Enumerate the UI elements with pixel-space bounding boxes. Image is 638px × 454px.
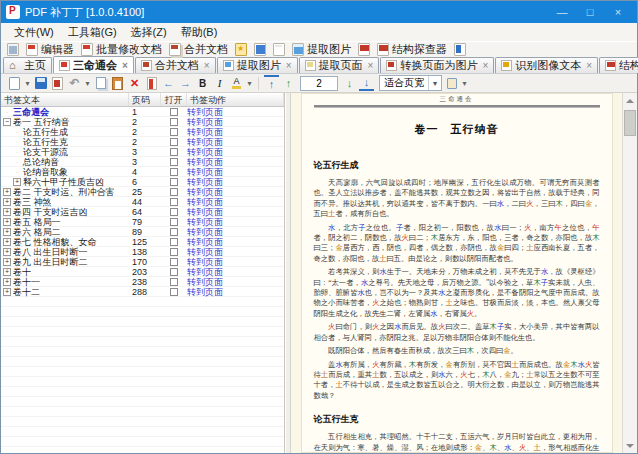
zoom-dropdown-icon[interactable]: ▾: [428, 76, 441, 90]
tab-close-icon[interactable]: ×: [368, 60, 374, 71]
maximize-button[interactable]: □: [576, 3, 604, 21]
open-checkbox[interactable]: [170, 228, 178, 236]
toolbar-button-提取图片[interactable]: 提取图片: [290, 42, 353, 57]
layout-dropdown[interactable]: ▾: [461, 79, 468, 88]
bold-button[interactable]: B: [195, 75, 210, 91]
scrollbar-track[interactable]: [623, 108, 637, 438]
font-color-button[interactable]: A: [229, 75, 244, 91]
tab-提取页面[interactable]: 提取页面×: [299, 57, 380, 73]
column-header-action[interactable]: 书签动作: [187, 93, 284, 106]
delete-button[interactable]: ✕: [127, 75, 142, 91]
title-bar[interactable]: PDF 补丁丁 [1.0.0.4100] — □ ×: [1, 1, 637, 23]
toolbar-button-star-yellow[interactable]: [233, 42, 249, 57]
shift-right-button[interactable]: →: [178, 75, 193, 91]
menu-item-2[interactable]: 选择(Z): [124, 24, 174, 41]
paste-button[interactable]: [110, 75, 125, 91]
open-checkbox[interactable]: [170, 248, 178, 256]
toolbar-button-编辑器[interactable]: 编辑器: [24, 42, 76, 57]
font-color-dropdown[interactable]: ▾: [246, 79, 253, 88]
save-button[interactable]: [33, 75, 48, 91]
undo-button[interactable]: ↶: [67, 75, 82, 91]
toolbar-button-doc-white[interactable]: [271, 42, 287, 57]
page-number-input[interactable]: [300, 76, 338, 91]
tab-合并文档[interactable]: 合并文档×: [135, 57, 216, 73]
open-checkbox[interactable]: [170, 288, 178, 296]
bookmark-page: 89: [129, 227, 161, 237]
tab-close-icon[interactable]: ×: [122, 60, 128, 71]
column-header-open[interactable]: 打开: [161, 93, 187, 106]
open-checkbox[interactable]: [170, 238, 178, 246]
menu-item-1[interactable]: 工具箱(G): [61, 24, 124, 41]
open-checkbox[interactable]: [170, 278, 178, 286]
toolbar-button-doc-blue[interactable]: [252, 42, 268, 57]
new-document-dropdown[interactable]: ▾: [24, 79, 31, 88]
new-document-button[interactable]: [7, 75, 22, 91]
tab-close-icon[interactable]: ×: [204, 60, 210, 71]
toolbar-button-合并文档[interactable]: 合并文档: [167, 42, 230, 57]
tab-识别图像文本[interactable]: 识别图像文本×: [495, 57, 598, 73]
open-checkbox[interactable]: [170, 138, 178, 146]
pdf-running-header: 三命通会: [314, 95, 600, 104]
bookmark-row[interactable]: +卷十二288转到页面: [1, 287, 284, 297]
tab-转换页面为图片[interactable]: 转换页面为图片×: [380, 57, 494, 73]
move-bottom-button[interactable]: ↓: [359, 75, 374, 91]
tab-label: 提取图片: [237, 58, 281, 73]
tab-提取图片[interactable]: 提取图片×: [217, 57, 298, 73]
move-top-button[interactable]: ↑: [264, 75, 279, 91]
open-checkbox[interactable]: [170, 158, 178, 166]
undo-dropdown[interactable]: ▾: [84, 79, 91, 88]
column-header-bookmark-text[interactable]: 书签文本: [1, 93, 129, 106]
scroll-down-button[interactable]: [623, 438, 637, 453]
open-checkbox[interactable]: [170, 168, 178, 176]
tab-close-icon[interactable]: ×: [586, 60, 592, 71]
tab-主页[interactable]: ⌂主页: [3, 57, 52, 73]
menu-item-3[interactable]: 帮助(B): [174, 24, 225, 41]
main-area: 书签文本 页码 打开 书签动作 ·三命通会1转到页面−卷一 五行纳音2转到页面·…: [1, 93, 637, 453]
tab-close-icon[interactable]: ×: [286, 60, 292, 71]
pdf-canvas[interactable]: 三命通会 卷一 五行纳音 论五行生成天高寥廓，六气回旋以成四时；地厚幽深，五行化…: [291, 93, 622, 453]
toolbar-button-doc-export[interactable]: [452, 42, 468, 57]
tab-三命通会[interactable]: 三命通会×: [53, 56, 134, 73]
export-bookmark-button[interactable]: [50, 75, 65, 91]
minimize-button[interactable]: —: [548, 3, 576, 21]
open-checkbox[interactable]: [170, 118, 178, 126]
expand-icon[interactable]: +: [3, 288, 11, 296]
move-up-button[interactable]: ↑: [281, 75, 296, 91]
scroll-up-button[interactable]: [623, 93, 637, 108]
toolbar-button-grid[interactable]: [5, 42, 21, 57]
bookmark-page: 138: [129, 247, 161, 257]
toolbar-button-pdf-red2[interactable]: [356, 42, 372, 57]
open-checkbox[interactable]: [170, 178, 178, 186]
toolbar-button-批量修改文档[interactable]: 批量修改文档: [79, 42, 164, 57]
insert-bookmark-icon: [147, 77, 157, 90]
scroll-down-icon: [626, 444, 634, 448]
open-checkbox[interactable]: [170, 258, 178, 266]
open-checkbox[interactable]: [170, 218, 178, 226]
tab-结构探查器[interactable]: 结构探查器×: [599, 57, 638, 73]
zoom-select[interactable]: 适合页宽 ▾: [379, 75, 442, 91]
bookmark-page: 64: [129, 207, 161, 217]
open-checkbox[interactable]: [170, 108, 178, 116]
open-checkbox[interactable]: [170, 128, 178, 136]
open-checkbox[interactable]: [170, 208, 178, 216]
toolbar-button-结构探查器[interactable]: 结构探查器: [375, 42, 449, 57]
open-checkbox[interactable]: [170, 148, 178, 156]
vertical-scrollbar[interactable]: [622, 93, 637, 453]
close-button[interactable]: ×: [604, 3, 632, 21]
bookmark-label[interactable]: 卷十二: [13, 286, 40, 299]
goto-page-link[interactable]: 转到页面: [187, 286, 284, 299]
column-header-page[interactable]: 页码: [129, 93, 161, 106]
open-checkbox[interactable]: [170, 198, 178, 206]
shift-left-button[interactable]: ←: [161, 75, 176, 91]
open-checkbox[interactable]: [170, 268, 178, 276]
insert-bookmark-button[interactable]: [144, 75, 159, 91]
move-down-button[interactable]: ↓: [342, 75, 357, 91]
scrollbar-thumb[interactable]: [624, 110, 636, 136]
toolbar-button-label: 结构探查器: [392, 42, 447, 57]
italic-button[interactable]: I: [212, 75, 227, 91]
tab-close-icon[interactable]: ×: [482, 60, 488, 71]
copy-button[interactable]: [93, 75, 108, 91]
open-checkbox[interactable]: [170, 188, 178, 196]
layout-button[interactable]: [444, 75, 459, 91]
menu-item-0[interactable]: 文件(W): [7, 24, 61, 41]
